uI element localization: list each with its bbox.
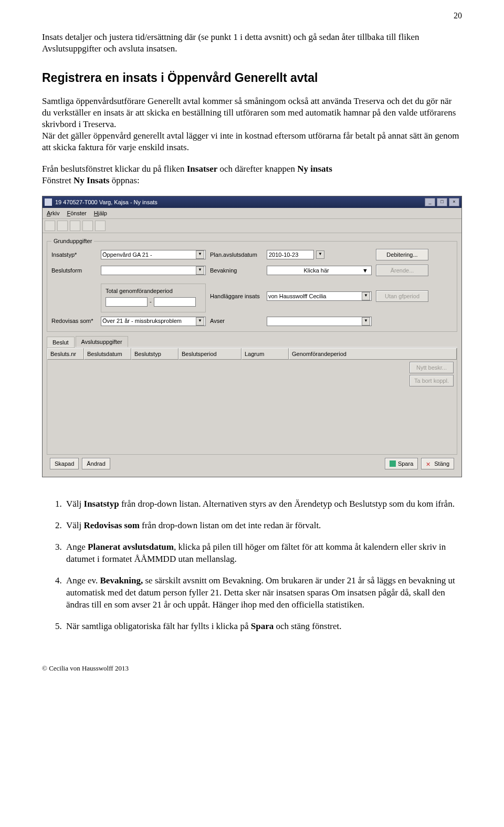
th-beslutsnr[interactable]: Besluts.nr [47, 348, 84, 360]
label-avslutsdatum: Plan.avslutsdatum [210, 251, 262, 258]
pc3: Fönstret [42, 175, 74, 185]
tool-copy-icon[interactable] [70, 221, 80, 231]
bottom-bar: Skapad Ändrad Spara ✕ Stäng [47, 455, 457, 473]
paragraph-a: Samtliga öppenvårdsutförare Generellt av… [42, 96, 462, 153]
button-nytt-beskr: Nytt beskr... [410, 362, 454, 373]
button-utan-gfperiod: Utan gfperiod [376, 290, 428, 302]
button-stang[interactable]: ✕ Stäng [421, 458, 454, 469]
label-bevakning: Bevakning [210, 267, 262, 274]
chevron-down-icon[interactable]: ▼ [362, 267, 368, 274]
label-insatstyp: Insatstyp* [51, 251, 97, 258]
para-b-text: När det gäller öppenvård generellt avtal… [42, 131, 459, 152]
bevakning-text: Klicka här [270, 267, 362, 274]
th-beslutsperiod[interactable]: Beslutsperiod [178, 348, 242, 360]
tool-paste-icon[interactable] [82, 221, 93, 231]
button-spara-label: Spara [398, 460, 413, 467]
input-period-from[interactable] [106, 297, 148, 307]
page-number: 20 [454, 11, 462, 22]
calendar-arrow-icon[interactable]: ▼ [316, 250, 324, 259]
button-debitering[interactable]: Debitering... [376, 249, 428, 260]
button-skapad[interactable]: Skapad [50, 458, 79, 469]
pc-b2: Ny insats [297, 164, 332, 174]
steps-list: Välj Insatstyp från drop-down listan. Al… [42, 498, 462, 633]
label-genomforande: Total genomförandeperiod [106, 287, 201, 295]
footer: © Cecilia von Hausswolff 2013 [42, 664, 462, 673]
button-andrad[interactable]: Ändrad [82, 458, 110, 469]
label-handlaggare: Handläggare insats [210, 292, 262, 300]
tab-beslut[interactable]: Beslut [47, 337, 75, 348]
button-ta-bort-koppl: Ta bort koppl. [410, 375, 454, 386]
tool-cut-icon[interactable] [57, 221, 68, 231]
group-legend: Grunduppgifter [51, 237, 94, 245]
close-icon: ✕ [426, 460, 432, 467]
para-a-text: Samtliga öppenvårdsutförare Generellt av… [42, 96, 456, 129]
th-beslutsdatum[interactable]: Beslutsdatum [84, 348, 131, 360]
button-arende: Ärende... [376, 265, 428, 276]
step-3: Ange Planerat avslutsdatum, klicka på pi… [64, 541, 462, 566]
chevron-down-icon[interactable]: ▼ [196, 266, 204, 275]
tool-print-icon[interactable] [95, 221, 106, 231]
chevron-down-icon[interactable]: ▼ [362, 317, 370, 326]
menu-hjalp[interactable]: Hjälp [94, 210, 107, 217]
menu-fonster[interactable]: Fönster [67, 210, 86, 217]
window-icon [45, 198, 52, 206]
section-heading: Registrera en insats i Öppenvård Generel… [42, 70, 462, 86]
dash: - [150, 298, 152, 305]
input-avslutsdatum[interactable]: 2010-10-23 [267, 250, 314, 259]
form-area: Grunduppgifter Insatstyp* Öppenvård GA 2… [43, 233, 461, 477]
intro-paragraph: Insats detaljer och justera tid/ersättni… [42, 32, 462, 55]
table-body: Nytt beskr... Ta bort koppl. [47, 360, 457, 454]
label-beslutsform: Beslutsform [51, 267, 97, 274]
pc-b1: Insatser [187, 164, 218, 174]
label-avser: Avser [210, 317, 262, 324]
bevakning-field[interactable]: Klicka här ▼ [267, 266, 372, 275]
combo-handlaggare[interactable]: von Hausswolff Cecilia ▼ [267, 291, 372, 301]
combo-handlaggare-value: von Hausswolff Cecilia [268, 292, 362, 300]
pc2: och därefter knappen [217, 164, 297, 174]
button-stang-label: Stäng [434, 460, 449, 467]
label-redovisas: Redovisas som* [51, 317, 97, 324]
th-genomforandeperiod[interactable]: Genomförandeperiod [289, 348, 457, 360]
window-title: 19 470527-T000 Varg, Kajsa - Ny insats [55, 198, 158, 206]
combo-insatstyp-value: Öppenvård GA 21 - [102, 251, 196, 258]
pc1: Från beslutsfönstret klickar du på flike… [42, 164, 187, 174]
paragraph-c: Från beslutsfönstret klickar du på flike… [42, 163, 462, 186]
combo-avser[interactable]: ▼ [267, 317, 372, 326]
th-beslutstyp[interactable]: Beslutstyp [131, 348, 178, 360]
toolbar [43, 219, 461, 233]
step-5: När samtliga obligatoriska fält har fyll… [64, 621, 462, 633]
table-header: Besluts.nr Beslutsdatum Beslutstyp Beslu… [47, 348, 457, 360]
tool-new-icon[interactable] [45, 221, 55, 231]
fieldset-genomforandeperiod: Total genomförandeperiod - [101, 284, 206, 312]
tabs: Beslut Avslutsuppgifter [47, 336, 457, 348]
tab-panel: Besluts.nr Beslutsdatum Beslutstyp Beslu… [47, 348, 457, 455]
button-spara[interactable]: Spara [385, 458, 418, 469]
app-window: 19 470527-T000 Varg, Kajsa - Ny insats _… [42, 196, 462, 477]
pc-b3: Ny Insats [74, 175, 110, 185]
pc4: öppnas: [109, 175, 139, 185]
minimize-button[interactable]: _ [425, 198, 435, 206]
tab-avslutsuppgifter[interactable]: Avslutsuppgifter [76, 336, 128, 347]
step-2: Välj Redovisas som från drop-down listan… [64, 520, 462, 532]
combo-redovisas-value: Över 21 år - missbruksproblem [102, 317, 196, 324]
menu-arkiv[interactable]: Arkiv [47, 210, 59, 217]
group-grunduppgifter: Grunduppgifter Insatstyp* Öppenvård GA 2… [47, 237, 457, 332]
titlebar: 19 470527-T000 Varg, Kajsa - Ny insats _… [43, 196, 461, 208]
combo-redovisas[interactable]: Över 21 år - missbruksproblem ▼ [101, 317, 206, 326]
th-lagrum[interactable]: Lagrum [242, 348, 289, 360]
step-1: Välj Insatstyp från drop-down listan. Al… [64, 498, 462, 510]
save-icon [390, 460, 396, 467]
input-period-to[interactable] [154, 297, 196, 307]
step-4: Ange ev. Bevakning, se särskilt avsnitt … [64, 575, 462, 611]
close-button[interactable]: × [449, 198, 459, 206]
chevron-down-icon[interactable]: ▼ [196, 317, 204, 326]
combo-beslutsform[interactable]: ▼ [101, 266, 206, 275]
maximize-button[interactable]: □ [437, 198, 447, 206]
chevron-down-icon[interactable]: ▼ [196, 250, 204, 259]
menubar: Arkiv Fönster Hjälp [43, 208, 461, 219]
chevron-down-icon[interactable]: ▼ [362, 292, 370, 300]
combo-insatstyp[interactable]: Öppenvård GA 21 - ▼ [101, 250, 206, 259]
